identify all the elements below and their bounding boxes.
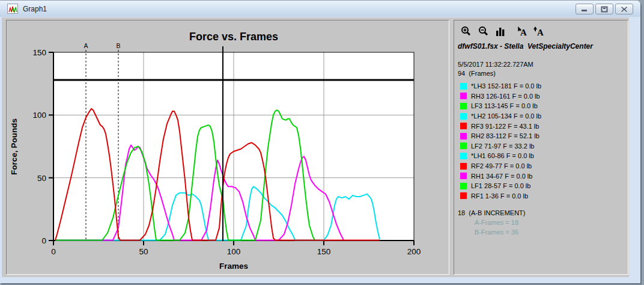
legend-item: RF3 91-122 F = 43.1 lb	[460, 121, 628, 131]
x-tick-label: 50	[139, 247, 148, 256]
chart-toolbar: A A	[454, 20, 628, 38]
legend-swatch	[460, 163, 467, 170]
legend-swatch	[460, 83, 467, 90]
x-tick-label: 0	[51, 247, 56, 256]
force-frames-chart[interactable]: AB050100150050100150200Force vs. FramesF…	[7, 20, 449, 274]
info-panel: A A dfwfS01.fsx - Stella VetSpecialtyCen…	[454, 20, 628, 275]
y-tick-label: 150	[32, 48, 46, 57]
legend-label: RF3 91-122 F = 43.1 lb	[471, 123, 539, 130]
bar-chart-icon[interactable]	[494, 26, 506, 37]
timestamp: 5/5/2017 11:32:22.727AM	[458, 61, 628, 68]
legend-list: *LH3 152-181 F = 0.0 lbRH3 126-161 F = 0…	[460, 81, 628, 201]
legend-label: *LH3 152-181 F = 0.0 lb	[471, 82, 541, 90]
zoom-in-icon[interactable]	[460, 26, 472, 37]
svg-text:A: A	[520, 28, 527, 37]
current-frame-readout: 94 (Frames)	[458, 70, 628, 77]
x-axis-label: Frames	[219, 262, 248, 271]
title-bar[interactable]: Graph1	[0, 1, 640, 17]
legend-swatch	[460, 173, 467, 179]
legend-item: RF1 1-36 F = 0.0 lb	[460, 191, 628, 201]
legend-label: LF1 28-57 F = 0.0 lb	[471, 182, 530, 189]
client-area: AB050100150050100150200Force vs. FramesF…	[2, 17, 629, 277]
legend-item: *LH2 105-134 F = 0.0 lb	[460, 111, 628, 121]
legend-item: RH3 126-161 F = 0.0 lb	[460, 91, 628, 102]
window-controls	[576, 4, 633, 14]
legend-item: RH2 83-112 F = 52.1 lb	[460, 131, 628, 141]
legend-swatch	[460, 183, 467, 189]
legend-swatch	[460, 123, 467, 129]
svg-text:A: A	[537, 28, 544, 37]
legend-item: *LH3 152-181 F = 0.0 lb	[460, 81, 628, 91]
restore-button[interactable]	[595, 4, 613, 14]
y-tick-label: 100	[32, 111, 46, 120]
window-title: Graph1	[23, 5, 47, 13]
chart-panel: AB050100150050100150200Force vs. FramesF…	[6, 20, 449, 275]
y-tick-label: 50	[37, 174, 46, 183]
font-increase-icon[interactable]: A	[533, 26, 545, 37]
legend-label: LF3 113-145 F = 0.0 lb	[471, 102, 538, 109]
legend-item: RF2 49-77 F = 0.0 lb	[460, 161, 628, 171]
legend-item: *LH1 60-86 F = 0.0 lb	[460, 151, 628, 161]
graph-window: Graph1 AB050100150050100150200Force vs. …	[0, 1, 640, 283]
x-tick-label: 100	[227, 247, 241, 256]
zoom-out-icon[interactable]	[477, 26, 489, 37]
y-axis-label: Force, Pounds	[10, 118, 19, 175]
marker-b-label: B	[116, 42, 120, 49]
legend-label: RH2 83-112 F = 52.1 lb	[471, 132, 539, 139]
close-button[interactable]	[615, 4, 633, 14]
a-frames-readout: A-Frames = 18	[475, 219, 628, 226]
legend-item: RH1 34-67 F = 0.0 lb	[460, 171, 628, 181]
marker-a-label: A	[84, 42, 88, 49]
legend-swatch	[460, 192, 467, 199]
legend-label: RF1 1-36 F = 0.0 lb	[471, 192, 528, 200]
legend-swatch	[460, 133, 467, 139]
legend-swatch	[460, 103, 467, 109]
chart-title: Force vs. Frames	[189, 31, 278, 43]
legend-label: RF2 49-77 F = 0.0 lb	[471, 162, 532, 170]
file-patient-header: dfwfS01.fsx - Stella VetSpecialtyCenter	[458, 42, 628, 51]
legend-item: LF2 71-97 F = 33.2 lb	[460, 141, 628, 152]
legend-swatch	[460, 153, 467, 159]
ab-increment-readout: 18 (A-B INCREMENT)	[458, 209, 628, 216]
legend-item: LF3 113-145 F = 0.0 lb	[460, 101, 628, 111]
b-frames-readout: B-Frames = 36	[475, 228, 628, 236]
legend-label: *LH1 60-86 F = 0.0 lb	[471, 152, 534, 159]
y-tick-label: 0	[41, 236, 46, 245]
legend-swatch	[460, 93, 467, 99]
legend-swatch	[460, 113, 467, 120]
minimize-button[interactable]	[576, 4, 594, 14]
legend-label: *LH2 105-134 F = 0.0 lb	[471, 112, 541, 120]
legend-label: RH3 126-161 F = 0.0 lb	[471, 93, 540, 100]
legend-label: RH1 34-67 F = 0.0 lb	[471, 173, 532, 180]
font-decrease-icon[interactable]: A	[515, 26, 527, 37]
legend-item: LF1 28-57 F = 0.0 lb	[460, 181, 628, 191]
legend-label: LF2 71-97 F = 33.2 lb	[471, 142, 534, 150]
x-tick-label: 150	[317, 247, 331, 256]
graph-document-icon	[7, 4, 18, 14]
x-tick-label: 200	[407, 247, 421, 256]
legend-swatch	[460, 142, 467, 149]
